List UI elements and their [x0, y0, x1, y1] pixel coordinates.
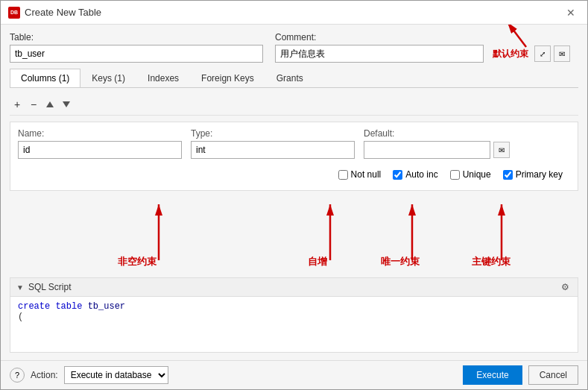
cancel-button[interactable]: Cancel — [528, 365, 578, 385]
sql-expand-icon[interactable]: ▼ — [16, 283, 24, 292]
comment-note-button[interactable]: ✉ — [554, 45, 570, 62]
col-name-input[interactable] — [18, 141, 182, 159]
svg-marker-3 — [63, 101, 70, 107]
not-null-checkbox[interactable] — [338, 170, 348, 180]
bottom-bar: ? Action: Execute in database Preview SQ… — [1, 360, 587, 389]
dialog-title: Create New Table — [25, 7, 101, 18]
move-up-button[interactable] — [42, 97, 57, 112]
title-bar: DB Create New Table ✕ — [1, 1, 587, 25]
not-null-label: Not null — [351, 169, 382, 180]
app-icon: DB — [8, 7, 20, 19]
column-toolbar: + − — [10, 94, 578, 116]
annotation-wei-yi: 唯一约束 — [381, 255, 420, 268]
col-type-label: Type: — [191, 128, 355, 139]
column-editor: Name: Type: Default: ✉ — [10, 122, 578, 191]
tab-foreign-keys[interactable]: Foreign Keys — [190, 69, 265, 87]
column-fields-row: Name: Type: Default: ✉ — [18, 128, 570, 159]
col-name-label: Name: — [18, 128, 182, 139]
sql-paren-open: ( — [18, 312, 23, 322]
move-down-button[interactable] — [59, 97, 74, 112]
annotation-fei-kong: 非空约束 — [118, 255, 157, 268]
tab-columns[interactable]: Columns (1) — [10, 69, 80, 87]
note-icon: ✉ — [559, 50, 565, 58]
help-button[interactable]: ? — [10, 368, 25, 383]
col-type-input[interactable] — [191, 141, 355, 159]
unique-label: Unique — [463, 169, 491, 180]
sql-line-1: create table tb_user — [18, 301, 570, 312]
create-table-dialog: DB Create New Table ✕ Table: Comment: 默认… — [0, 0, 588, 390]
comment-field-group: Comment: 默认约束 ⤢ — [275, 32, 578, 63]
svg-line-1 — [508, 25, 526, 47]
not-null-check-item[interactable]: Not null — [338, 169, 382, 180]
table-field-group: Table: — [10, 32, 263, 63]
svg-marker-2 — [46, 101, 54, 107]
execute-button[interactable]: Execute — [463, 365, 522, 385]
annotation-zi-zeng: 自增 — [308, 255, 327, 268]
close-button[interactable]: ✕ — [562, 5, 580, 20]
table-name-input[interactable] — [10, 45, 263, 63]
annotation-area: 非空约束 自增 唯一约束 主键约束 — [10, 197, 578, 271]
col-default-group: Default: ✉ — [364, 128, 510, 159]
comment-arrow-icon — [504, 25, 534, 48]
sql-table-name: tb_user — [88, 301, 125, 312]
tab-grants[interactable]: Grants — [265, 69, 314, 87]
col-default-expand-button[interactable]: ✉ — [493, 142, 510, 158]
sql-header: ▼ SQL Script ⚙ — [10, 278, 578, 297]
auto-inc-check-item[interactable]: Auto inc — [393, 169, 437, 180]
unique-checkbox[interactable] — [450, 170, 460, 180]
sql-settings-button[interactable]: ⚙ — [558, 280, 572, 294]
up-arrow-icon — [45, 101, 54, 108]
expand-icon: ⤢ — [540, 50, 546, 58]
down-arrow-icon — [62, 101, 71, 108]
tabs-bar: Columns (1) Keys (1) Indexes Foreign Key… — [10, 69, 578, 88]
table-label: Table: — [10, 32, 263, 43]
sql-title: SQL Script — [28, 282, 554, 292]
col-default-label: Default: — [364, 128, 510, 139]
annotation-zhu-jian: 主键约束 — [472, 255, 510, 268]
auto-inc-checkbox[interactable] — [393, 170, 402, 180]
unique-check-item[interactable]: Unique — [450, 169, 491, 180]
auto-inc-label: Auto inc — [405, 169, 437, 180]
primary-key-label: Primary key — [516, 169, 563, 180]
table-comment-row: Table: Comment: 默认约束 — [10, 32, 578, 63]
comment-expand-button[interactable]: ⤢ — [534, 45, 551, 62]
sql-section: ▼ SQL Script ⚙ create table tb_user ( — [10, 277, 578, 353]
remove-column-button[interactable]: − — [26, 97, 41, 112]
action-label: Action: — [31, 370, 58, 380]
title-left: DB Create New Table — [8, 7, 101, 19]
action-select[interactable]: Execute in database Preview SQL — [64, 366, 168, 384]
dialog-body: Table: Comment: 默认约束 — [1, 25, 587, 360]
sql-line-2: ( — [18, 312, 570, 322]
col-type-group: Type: — [191, 128, 355, 159]
tab-indexes[interactable]: Indexes — [136, 69, 190, 87]
comment-annotation-label: 默认约束 — [493, 48, 528, 60]
comment-row: 默认约束 ⤢ ✉ — [275, 45, 578, 63]
comment-input[interactable] — [275, 45, 484, 63]
checkboxes-row: Not null Auto inc Unique Primary key — [18, 165, 570, 184]
col-default-row: ✉ — [364, 141, 510, 159]
primary-key-checkbox[interactable] — [503, 170, 513, 180]
col-default-input[interactable] — [364, 141, 490, 159]
col-name-group: Name: — [18, 128, 182, 159]
sql-body: create table tb_user ( — [10, 297, 578, 352]
tab-keys[interactable]: Keys (1) — [80, 69, 136, 87]
add-column-button[interactable]: + — [10, 97, 25, 112]
expand-icon2: ✉ — [499, 146, 505, 154]
primary-key-check-item[interactable]: Primary key — [503, 169, 563, 180]
sql-keyword-create: create table — [18, 301, 88, 312]
